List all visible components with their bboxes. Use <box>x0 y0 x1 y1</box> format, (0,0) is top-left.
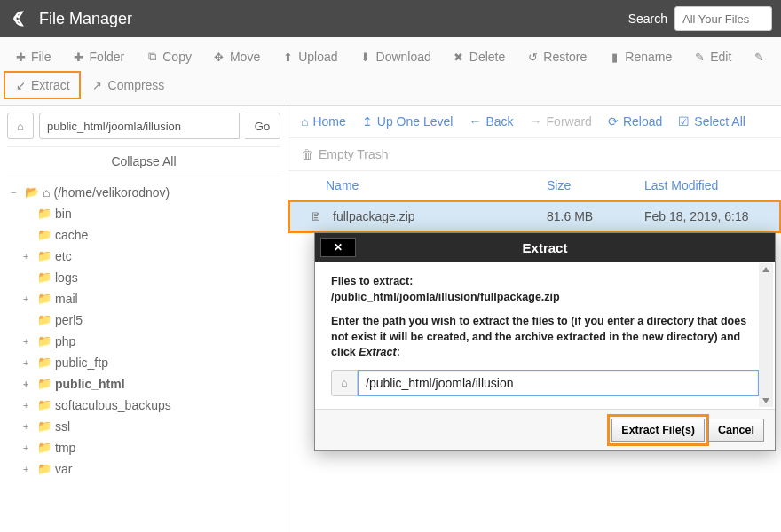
collapse-icon[interactable]: − <box>11 183 21 202</box>
tree-root[interactable]: − 📂 ⌂ (/home/velikorodnov) <box>11 182 280 203</box>
cancel-button[interactable]: Cancel <box>708 419 764 442</box>
tree-item-label: logs <box>55 268 78 287</box>
expand-icon[interactable]: + <box>23 395 34 415</box>
col-size[interactable]: Size <box>547 178 644 192</box>
file-list-header[interactable]: Name Size Last Modified <box>288 171 781 200</box>
file-row[interactable]: 🗎 fullpackage.zip 81.6 MB Feb 18, 2019, … <box>288 200 781 232</box>
collapse-all-button[interactable]: Collapse All <box>7 146 280 176</box>
tree-item[interactable]: +📁etc <box>11 246 280 267</box>
folder-button[interactable]: ✚Folder <box>62 43 136 71</box>
expand-icon[interactable]: + <box>23 353 34 372</box>
nav-forward[interactable]: →Forward <box>530 114 592 129</box>
tree-item-label: cache <box>55 225 88 245</box>
extract-dialog: ✕ Extract Files to extract: /public_html… <box>314 232 776 451</box>
extract-button[interactable]: ↙Extract <box>4 71 81 99</box>
files-to-extract-label: Files to extract: <box>331 275 413 287</box>
rename-button[interactable]: ▮Rename <box>597 43 682 71</box>
folder-icon: 📁 <box>37 374 51 394</box>
search-input[interactable] <box>674 6 772 31</box>
home-icon-button[interactable]: ⌂ <box>7 113 34 139</box>
compress-button[interactable]: ↗Compress <box>81 71 176 99</box>
nav-home[interactable]: ⌂Home <box>301 114 346 129</box>
expand-icon[interactable]: + <box>23 289 34 309</box>
nav-back[interactable]: ←Back <box>469 114 513 129</box>
tree-item[interactable]: 📁perl5 <box>11 309 280 331</box>
plus-icon: ✚ <box>14 51 27 64</box>
zip-file-icon: 🗎 <box>310 209 322 223</box>
nav-reload[interactable]: ⟳Reload <box>608 114 662 129</box>
nav-up[interactable]: ↥Up One Level <box>362 114 454 129</box>
tree-item-label: etc <box>55 246 72 266</box>
app-title: File Manager <box>39 10 628 28</box>
tree-item[interactable]: +📁public_ftp <box>11 352 280 373</box>
tree-item[interactable]: +📁ssl <box>11 416 280 437</box>
folder-icon: 📁 <box>37 332 51 351</box>
tree-item[interactable]: 📁bin <box>11 203 280 224</box>
col-name[interactable]: Name <box>326 178 547 192</box>
cpanel-logo-icon <box>9 8 30 29</box>
tree-item-label: mail <box>55 289 78 309</box>
content-navbar: ⌂Home ↥Up One Level ←Back →Forward ⟳Relo… <box>288 106 781 138</box>
path-input[interactable] <box>39 113 240 139</box>
extract-icon: ↙ <box>14 79 27 92</box>
htmleditor-button[interactable]: ✎ <box>742 43 776 71</box>
go-button[interactable]: Go <box>245 113 280 139</box>
tree-item-label: public_html <box>55 374 125 394</box>
tree-item-label: perl5 <box>55 310 83 330</box>
delete-button[interactable]: ✖Delete <box>442 43 516 71</box>
move-button[interactable]: ✥Move <box>202 43 271 71</box>
folder-icon: 📁 <box>37 438 51 458</box>
tree-item-label: var <box>55 459 72 479</box>
dialog-titlebar[interactable]: ✕ Extract <box>315 233 775 262</box>
tree-root-label: (/home/velikorodnov) <box>53 183 170 202</box>
file-button[interactable]: ✚File <box>4 43 62 71</box>
folder-icon: 📁 <box>37 289 51 309</box>
file-name: fullpackage.zip <box>333 209 547 223</box>
compress-icon: ↗ <box>91 79 104 92</box>
tree-item[interactable]: 📁cache <box>11 224 280 246</box>
edit-icon: ✎ <box>693 51 706 64</box>
restore-icon: ↺ <box>526 51 539 64</box>
delete-icon: ✖ <box>453 51 465 64</box>
edit-button[interactable]: ✎Edit <box>682 43 742 71</box>
col-modified[interactable]: Last Modified <box>644 178 769 192</box>
home-icon: ⌂ <box>43 183 50 202</box>
folder-icon: 📁 <box>37 417 51 436</box>
folder-icon: 📁 <box>37 353 51 372</box>
expand-icon[interactable]: + <box>23 246 34 266</box>
tree-item[interactable]: +📁php <box>11 331 280 352</box>
home-icon-button[interactable]: ⌂ <box>331 370 358 396</box>
extract-path-row: ⌂ <box>331 370 759 396</box>
expand-icon[interactable]: + <box>23 438 34 458</box>
nav-select-all[interactable]: ☑Select All <box>678 114 746 129</box>
tree-item[interactable]: +📁public_html <box>11 373 280 395</box>
tree-item-label: tmp <box>55 438 75 458</box>
dialog-body: Files to extract: /public_html/joomla/il… <box>315 262 775 409</box>
expand-icon[interactable]: + <box>23 332 34 351</box>
copy-button[interactable]: ⧉Copy <box>135 43 202 71</box>
restore-button[interactable]: ↺Restore <box>516 43 597 71</box>
download-button[interactable]: ⬇Download <box>349 43 442 71</box>
tree-item[interactable]: +📁mail <box>11 288 280 309</box>
rename-icon: ▮ <box>608 51 620 64</box>
expand-icon[interactable]: + <box>23 459 34 479</box>
empty-trash-button[interactable]: 🗑Empty Trash <box>288 138 781 171</box>
folder-icon: 📁 <box>37 395 51 415</box>
upload-button[interactable]: ⬆Upload <box>271 43 348 71</box>
tree-item[interactable]: +📁softaculous_backups <box>11 395 280 416</box>
extract-files-button[interactable]: Extract File(s) <box>611 419 705 442</box>
plus-icon: ✚ <box>73 51 85 64</box>
scrollbar[interactable] <box>759 263 773 407</box>
tree-item[interactable]: 📁logs <box>11 267 280 288</box>
tree-item[interactable]: +📁tmp <box>11 437 280 458</box>
expand-icon[interactable]: + <box>23 417 34 436</box>
tree-item[interactable]: +📁var <box>11 458 280 480</box>
folder-icon: 📁 <box>37 204 51 223</box>
extract-path-input[interactable] <box>358 370 759 396</box>
toolbar: ✚File ✚Folder ⧉Copy ✥Move ⬆Upload ⬇Downl… <box>0 37 781 106</box>
tree-item-label: php <box>55 332 75 351</box>
expand-icon[interactable]: + <box>23 374 34 394</box>
search-label: Search <box>628 12 667 26</box>
sidebar: ⌂ Go Collapse All − 📂 ⌂ (/home/velikorod… <box>0 106 288 532</box>
dialog-close-button[interactable]: ✕ <box>320 238 356 257</box>
